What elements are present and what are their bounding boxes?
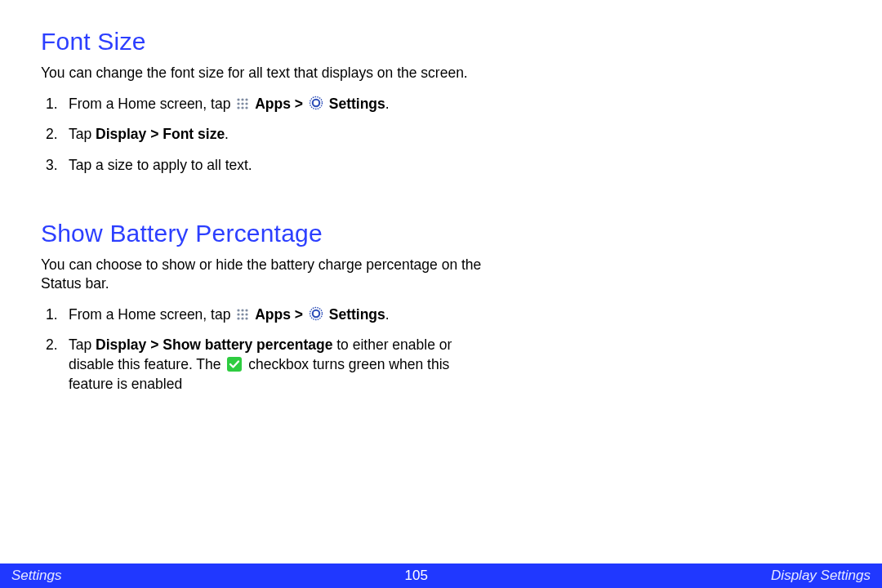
svg-point-15 (242, 313, 244, 315)
settings-gear-icon (309, 306, 323, 321)
step-text: From a Home screen, tap (69, 306, 234, 323)
period: . (225, 126, 229, 142)
checkbox-checked-icon (227, 357, 242, 372)
content-column: Font Size You can change the font size f… (41, 28, 482, 394)
svg-point-17 (238, 317, 240, 319)
apps-label: Apps (255, 306, 291, 323)
svg-point-21 (313, 310, 319, 317)
step-text: Tap a size to apply to all text. (69, 157, 252, 173)
intro-battery-pct: You can choose to show or hide the batte… (41, 256, 482, 294)
steps-font-size: From a Home screen, tap Apps > Settings.… (41, 95, 482, 176)
svg-point-8 (246, 106, 248, 109)
step: From a Home screen, tap Apps > Settings. (41, 95, 482, 114)
step-bold: Display > Show battery percentage (96, 336, 332, 353)
svg-point-6 (238, 106, 240, 109)
breadcrumb-sep: > (291, 96, 307, 112)
page-footer: Settings 105 Display Settings (0, 564, 882, 588)
steps-battery-pct: From a Home screen, tap Apps > Settings.… (41, 305, 482, 394)
svg-point-2 (246, 98, 248, 100)
period: . (385, 96, 390, 112)
svg-point-18 (242, 317, 244, 319)
period: . (385, 306, 390, 323)
svg-point-14 (238, 313, 240, 315)
svg-point-13 (246, 309, 248, 311)
svg-point-7 (242, 106, 244, 109)
step-bold: Display > Font size (96, 126, 225, 142)
svg-point-19 (246, 317, 248, 319)
breadcrumb-sep: > (291, 306, 307, 323)
step: Tap Display > Font size. (41, 125, 482, 145)
svg-point-4 (242, 102, 244, 105)
step: Tap a size to apply to all text. (41, 156, 482, 176)
svg-point-16 (246, 313, 248, 315)
manual-page: Font Size You can change the font size f… (0, 0, 882, 588)
svg-point-12 (242, 309, 244, 311)
heading-battery-pct: Show Battery Percentage (41, 220, 482, 247)
apps-grid-icon (236, 308, 249, 321)
intro-font-size: You can change the font size for all tex… (41, 64, 482, 83)
svg-point-20 (310, 307, 322, 319)
svg-point-11 (238, 309, 240, 311)
svg-point-0 (238, 98, 240, 100)
footer-left: Settings (11, 568, 61, 584)
svg-point-5 (246, 102, 248, 105)
apps-grid-icon (236, 97, 249, 110)
section-gap (41, 187, 482, 220)
step-text: Tap (69, 336, 96, 353)
heading-font-size: Font Size (41, 28, 482, 56)
step: Tap Display > Show battery percentage to… (41, 336, 482, 394)
svg-point-10 (313, 99, 319, 105)
svg-point-1 (242, 98, 244, 100)
step-text: Tap (69, 126, 96, 142)
settings-label: Settings (329, 96, 385, 112)
settings-gear-icon (309, 96, 323, 110)
apps-label: Apps (255, 96, 291, 112)
svg-point-9 (310, 96, 322, 109)
settings-label: Settings (329, 306, 385, 323)
step: From a Home screen, tap Apps > Settings. (41, 305, 482, 325)
footer-right: Display Settings (771, 568, 871, 584)
footer-page-number: 105 (405, 568, 428, 584)
step-text: From a Home screen, tap (69, 96, 234, 112)
svg-point-3 (238, 102, 240, 105)
